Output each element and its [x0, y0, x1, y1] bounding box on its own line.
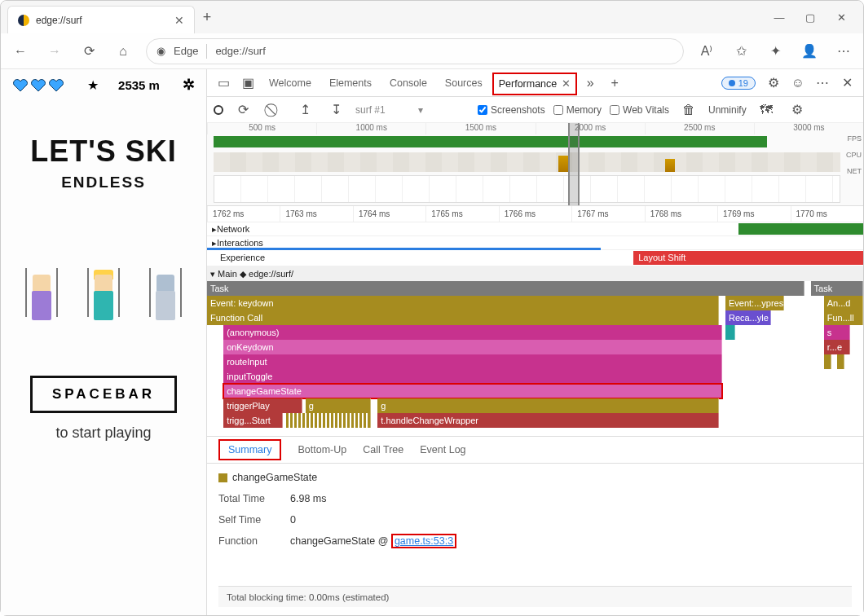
- tick: 3000 ms: [754, 123, 863, 134]
- tab-sources[interactable]: Sources: [437, 69, 491, 97]
- interactions-track[interactable]: ▸Interactions: [207, 236, 863, 250]
- flame-recalc[interactable]: Reca...yle: [725, 310, 771, 325]
- flame-task[interactable]: Task: [811, 281, 863, 296]
- event-log-tab[interactable]: Event Log: [420, 444, 465, 455]
- favorite-icon[interactable]: ✩: [730, 40, 752, 63]
- main-track-header[interactable]: ▾ Main ◆ edge://surf/: [207, 266, 863, 281]
- call-tree-tab[interactable]: Call Tree: [363, 444, 403, 455]
- download-icon[interactable]: ↧: [324, 99, 347, 121]
- browser-tab[interactable]: edge://surf ✕: [7, 6, 195, 33]
- blocking-time-footer: Total blocking time: 0.00ms (estimated): [218, 586, 852, 607]
- home-button[interactable]: ⌂: [112, 40, 134, 63]
- settings-icon[interactable]: ✲: [183, 76, 195, 94]
- device-icon[interactable]: ▣: [236, 72, 259, 95]
- tick: 2000 ms: [536, 123, 645, 134]
- flame-triggerplay[interactable]: triggerPlay: [223, 398, 302, 413]
- tab-close-icon[interactable]: ✕: [562, 77, 571, 90]
- screenshots-checkbox[interactable]: Screenshots: [478, 104, 545, 116]
- flame-funcall[interactable]: Function Call: [207, 310, 719, 325]
- tick: 1500 ms: [425, 123, 535, 134]
- flame-re[interactable]: r...e: [824, 340, 850, 354]
- flame-changegamestate[interactable]: changeGameState: [223, 384, 722, 398]
- clear-icon[interactable]: ⃠: [262, 99, 285, 121]
- flame-thandle[interactable]: t.handleChangeWrapper: [377, 413, 719, 428]
- star-icon: ★: [87, 77, 99, 93]
- bottom-up-tab[interactable]: Bottom-Up: [298, 444, 346, 455]
- address-field[interactable]: ◉ Edge edge://surf: [146, 38, 684, 64]
- feedback-icon[interactable]: ☺: [787, 72, 809, 95]
- close-window-icon[interactable]: ✕: [835, 11, 847, 24]
- flame-bar[interactable]: [725, 325, 735, 340]
- reload-button[interactable]: ⟳: [77, 40, 100, 63]
- capture-settings-icon[interactable]: ⚙: [786, 99, 809, 121]
- flame-task[interactable]: Task: [207, 281, 804, 296]
- cpu-lane: [214, 152, 840, 172]
- flame-g[interactable]: g: [306, 398, 372, 413]
- memory-checkbox[interactable]: Memory: [553, 104, 602, 116]
- record-button[interactable]: [214, 105, 223, 115]
- source-link[interactable]: game.ts:53:3: [395, 535, 453, 547]
- character-option[interactable]: [22, 263, 61, 337]
- back-button[interactable]: ←: [9, 40, 32, 63]
- kebab-icon[interactable]: ⋯: [811, 72, 834, 95]
- reload-record-icon[interactable]: ⟳: [231, 99, 254, 121]
- function-text: changeGameState @: [290, 535, 391, 547]
- flame-chart[interactable]: Task Task Event: keydown Event:...ypress…: [207, 281, 863, 436]
- hud: ★ 2535 m ✲: [1, 69, 206, 97]
- tick: 500 ms: [207, 123, 316, 134]
- more-tabs-icon[interactable]: »: [579, 72, 602, 95]
- summary-tab[interactable]: Summary: [218, 439, 281, 460]
- character-option-selected[interactable]: [84, 263, 123, 337]
- tracks: ▸Network ▸Interactions Experience Layout…: [207, 222, 863, 436]
- flame-event[interactable]: An...d: [824, 296, 863, 310]
- collections-icon[interactable]: ✦: [764, 40, 787, 63]
- address-text: edge://surf: [215, 45, 265, 57]
- flame-bar[interactable]: [837, 354, 845, 369]
- new-tab-button[interactable]: +: [195, 9, 219, 26]
- tab-close-icon[interactable]: ✕: [174, 14, 184, 27]
- session-selector[interactable]: surf #1▾: [355, 104, 469, 116]
- ruler-tick: 1769 ms: [717, 206, 790, 222]
- experience-track[interactable]: Experience Layout Shift: [207, 250, 863, 266]
- flame-onkeydown[interactable]: onKeydown: [223, 340, 722, 354]
- flame-bar[interactable]: [824, 354, 832, 369]
- inspect-icon[interactable]: ▭: [212, 72, 235, 95]
- character-option[interactable]: [146, 263, 185, 337]
- trash-icon[interactable]: 🗑: [677, 99, 700, 121]
- webvitals-checkbox[interactable]: Web Vitals: [610, 104, 669, 116]
- read-aloud-icon[interactable]: A⁾: [695, 40, 718, 63]
- profile-icon[interactable]: 👤: [798, 40, 821, 63]
- overview-minimap[interactable]: 500 ms 1000 ms 1500 ms 2000 ms 2500 ms 3…: [207, 123, 863, 206]
- menu-icon[interactable]: ⋯: [832, 40, 855, 63]
- add-tab-icon[interactable]: +: [603, 72, 626, 95]
- value: 6.98 ms: [290, 493, 326, 504]
- flame-funcall[interactable]: Fun...ll: [824, 310, 863, 325]
- layout-shift-bar[interactable]: Layout Shift: [633, 251, 863, 265]
- upload-icon[interactable]: ↥: [293, 99, 316, 121]
- close-devtools-icon[interactable]: ✕: [835, 72, 858, 95]
- flame-event[interactable]: Event: keydown: [207, 296, 719, 310]
- settings-gear-icon[interactable]: ⚙: [762, 72, 785, 95]
- flame-g[interactable]: g: [377, 398, 719, 413]
- tab-console[interactable]: Console: [381, 69, 435, 97]
- flame-inputtoggle[interactable]: inputToggle: [223, 369, 722, 384]
- viewport-handle[interactable]: [568, 123, 580, 205]
- tab-welcome[interactable]: Welcome: [261, 69, 320, 97]
- tab-performance[interactable]: Performance: [499, 70, 558, 98]
- lane-label: NET: [846, 167, 862, 175]
- unminify-button[interactable]: Unminify: [708, 104, 747, 116]
- window-controls: ― ▢ ✕: [774, 11, 863, 24]
- label: Function: [218, 535, 276, 547]
- flame-trigstart[interactable]: trigg...Start: [223, 413, 282, 428]
- flame-anon[interactable]: (anonymous): [223, 325, 722, 340]
- maximize-icon[interactable]: ▢: [804, 11, 816, 24]
- minimize-icon[interactable]: ―: [774, 11, 785, 24]
- network-track[interactable]: ▸Network: [207, 222, 863, 236]
- flame-routeinput[interactable]: routeInput: [223, 354, 722, 369]
- flame-s[interactable]: s: [824, 325, 850, 340]
- flame-bar[interactable]: [286, 413, 372, 428]
- tab-elements[interactable]: Elements: [321, 69, 380, 97]
- map-icon[interactable]: 🗺: [755, 99, 778, 121]
- issues-badge[interactable]: 19: [721, 77, 756, 90]
- flame-event[interactable]: Event:...ypress: [725, 296, 784, 310]
